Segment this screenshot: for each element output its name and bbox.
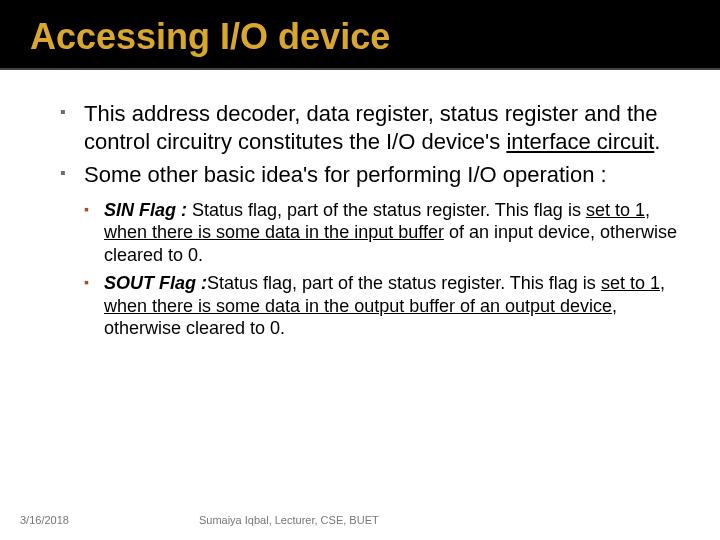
slide-footer: 3/16/2018 Sumaiya Iqbal, Lecturer, CSE, … — [20, 514, 700, 526]
slide-content: This address decoder, data register, sta… — [0, 70, 720, 340]
bullet-text-pre: Some other basic idea's for performing I… — [84, 162, 607, 187]
bullet-text-underline: interface circuit — [506, 129, 654, 154]
title-band: Accessing I/O device — [0, 0, 720, 70]
slide-title: Accessing I/O device — [30, 16, 690, 58]
sub-text-pre: Status flag, part of the status register… — [207, 273, 601, 293]
main-bullet-list: This address decoder, data register, sta… — [60, 100, 680, 189]
sub-text-pre: Status flag, part of the status register… — [192, 200, 586, 220]
footer-date: 3/16/2018 — [20, 514, 69, 526]
sub-label: SOUT Flag : — [104, 273, 207, 293]
bullet-item: Some other basic idea's for performing I… — [60, 161, 680, 189]
sub-label: SIN Flag : — [104, 200, 192, 220]
bullet-text-post: . — [654, 129, 660, 154]
bullet-item: This address decoder, data register, sta… — [60, 100, 680, 155]
sub-bullet-item: SIN Flag : Status flag, part of the stat… — [84, 199, 680, 267]
sub-bullet-item: SOUT Flag :Status flag, part of the stat… — [84, 272, 680, 340]
footer-author: Sumaiya Iqbal, Lecturer, CSE, BUET — [199, 514, 379, 526]
sub-bullet-list: SIN Flag : Status flag, part of the stat… — [84, 199, 680, 340]
